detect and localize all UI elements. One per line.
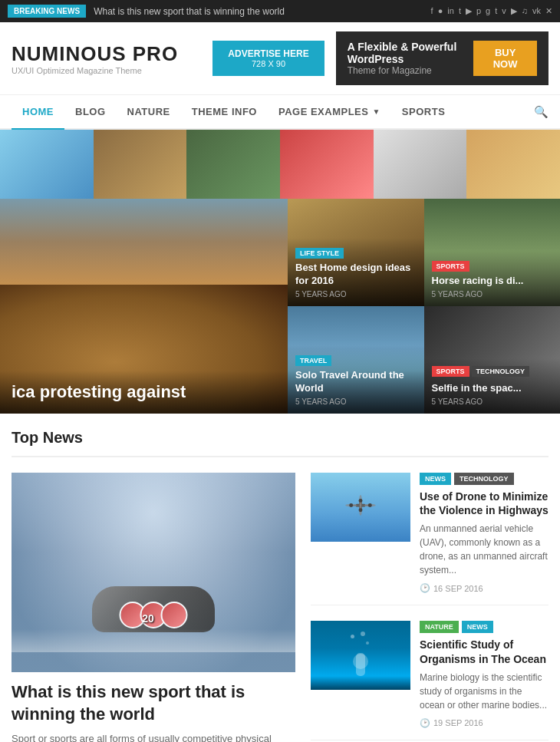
tag-lifestyle: LIFE STYLE bbox=[295, 248, 344, 259]
hero-card-travel[interactable]: TRAVEL Solo Travel Around the World 5 YE… bbox=[288, 306, 424, 414]
x-icon[interactable]: ✕ bbox=[545, 6, 552, 16]
sc-icon[interactable]: ♫ bbox=[522, 6, 528, 16]
buy-now-button[interactable]: BUY NOW bbox=[473, 41, 537, 76]
image-strip bbox=[0, 130, 560, 199]
hero-card-date-1: 5 YEARS AGO bbox=[295, 290, 417, 298]
ad-center-size: 728 X 90 bbox=[228, 59, 308, 68]
side-article-1-tags: NEWS TECHNOLOGY bbox=[420, 473, 548, 485]
hero-card-space[interactable]: SPORTS TECHNOLOGY Selfie in the spac... … bbox=[424, 306, 561, 414]
strip-item-5[interactable] bbox=[374, 130, 467, 199]
ad-headline: A Flexible & Powerful WordPress bbox=[348, 41, 474, 65]
strip-item-1[interactable] bbox=[0, 130, 94, 199]
hero-card-date-3: 5 YEARS AGO bbox=[295, 397, 417, 406]
svg-point-10 bbox=[359, 499, 363, 503]
tag-news-1: NEWS bbox=[420, 473, 451, 485]
pinterest-icon[interactable]: p bbox=[476, 6, 481, 16]
hero-card-title-2: Horse racing is di... bbox=[432, 275, 553, 288]
main-nav: HOME BLOG NATURE THEME INFO PAGE EXAMPLE… bbox=[0, 95, 560, 130]
nav-item-nature[interactable]: NATURE bbox=[117, 95, 181, 128]
strip-item-3[interactable] bbox=[186, 130, 280, 199]
nav-item-sports[interactable]: SPORTS bbox=[391, 95, 456, 128]
vimeo-icon[interactable]: v bbox=[502, 6, 506, 16]
tag-tech: TECHNOLOGY bbox=[472, 366, 530, 377]
hero-card-title-1: Best Home design ideas for 2016 bbox=[295, 262, 417, 288]
side-article-2-excerpt: Marine biology is the scientific study o… bbox=[420, 671, 548, 712]
hero-right-bottom: TRAVEL Solo Travel Around the World 5 YE… bbox=[288, 306, 560, 414]
strip-item-6[interactable] bbox=[466, 130, 560, 199]
hero-main-title: ica protesting against bbox=[12, 382, 276, 402]
hero-card-date-2: 5 YEARS AGO bbox=[432, 290, 553, 298]
tag-tech-1: TECHNOLOGY bbox=[454, 473, 514, 485]
nav-item-blog[interactable]: BLOG bbox=[64, 95, 117, 128]
tag-sports2: SPORTS bbox=[432, 366, 469, 377]
main-article-title[interactable]: What is this new sport that is winning t… bbox=[12, 681, 295, 725]
hero-card-sports[interactable]: SPORTS Horse racing is di... 5 YEARS AGO bbox=[424, 199, 561, 306]
calendar-icon-1: 🕑 bbox=[420, 583, 430, 593]
tag-news-2: NEWS bbox=[462, 621, 493, 633]
side-article-1-excerpt: An unmanned aerial vehicle (UAV), common… bbox=[420, 522, 548, 577]
logo-area: NUMINOUS PRO UX/UI Optimized Magazine Th… bbox=[12, 42, 201, 75]
logo-title[interactable]: NUMINOUS PRO bbox=[12, 42, 201, 66]
hero-main-overlay: ica protesting against bbox=[0, 371, 288, 414]
side-article-2-image[interactable] bbox=[311, 621, 410, 690]
chevron-down-icon: ▼ bbox=[372, 107, 380, 116]
tumblr-icon[interactable]: t bbox=[495, 6, 497, 16]
linkedin-icon[interactable]: in bbox=[447, 6, 454, 16]
top-news-section: Top News NEWS SPORTS bbox=[0, 414, 560, 742]
nav-item-pageexamples[interactable]: PAGE EXAMPLES ▼ bbox=[268, 95, 391, 128]
main-article: NEWS SPORTS 20 bbox=[12, 473, 295, 742]
side-article-2-title[interactable]: Scientific Study of Organisms in The Oce… bbox=[420, 638, 548, 665]
hero-main-article[interactable]: ica protesting against bbox=[0, 199, 288, 414]
side-article-1-content: NEWS TECHNOLOGY Use of Drone to Minimize… bbox=[420, 473, 548, 593]
side-article-1-title[interactable]: Use of Drone to Minimize the Violence in… bbox=[420, 490, 548, 517]
site-header: NUMINOUS PRO UX/UI Optimized Magazine Th… bbox=[0, 22, 560, 95]
yt2-icon[interactable]: ▶ bbox=[511, 6, 517, 16]
top-news-title: Top News bbox=[12, 429, 548, 457]
nav-item-home[interactable]: HOME bbox=[12, 95, 64, 130]
side-article-2: NATURE NEWS Scientific Study of Organism… bbox=[311, 621, 548, 740]
hero-card-date-4: 5 YEARS AGO bbox=[432, 397, 553, 406]
instagram-icon[interactable]: ● bbox=[438, 6, 443, 16]
social-icons-bar: f ● in t ▶ p g t v ▶ ♫ vk ✕ bbox=[431, 6, 552, 16]
tag-sports: SPORTS bbox=[432, 261, 469, 272]
ad-center-banner[interactable]: ADVERTISE HERE 728 X 90 bbox=[212, 41, 324, 76]
twitter-icon[interactable]: t bbox=[459, 6, 461, 16]
calendar-icon-2: 🕑 bbox=[420, 718, 430, 728]
side-article-2-tags: NATURE NEWS bbox=[420, 621, 548, 633]
svg-point-9 bbox=[368, 503, 372, 507]
hero-right-top: LIFE STYLE Best Home design ideas for 20… bbox=[288, 199, 560, 306]
main-article-excerpt: Sport or sports are all forms of usually… bbox=[12, 731, 295, 742]
hero-card-overlay-2: SPORTS Horse racing is di... 5 YEARS AGO bbox=[424, 251, 561, 306]
hero-right-grid: LIFE STYLE Best Home design ideas for 20… bbox=[288, 199, 560, 414]
vk-icon[interactable]: vk bbox=[532, 6, 541, 16]
breaking-bar: BREAKING NEWS What is this new sport tha… bbox=[0, 0, 560, 22]
side-article-1-date: 🕑 16 SEP 2016 bbox=[420, 583, 548, 593]
hero-card-title-4: Selfie in the spac... bbox=[432, 382, 553, 395]
google-icon[interactable]: g bbox=[486, 6, 490, 16]
search-icon[interactable]: 🔍 bbox=[534, 105, 548, 119]
hero-card-title-3: Solo Travel Around the World bbox=[295, 369, 417, 395]
tag-travel: TRAVEL bbox=[295, 355, 331, 366]
strip-item-2[interactable] bbox=[94, 130, 187, 199]
svg-point-11 bbox=[359, 508, 363, 512]
news-grid: NEWS SPORTS 20 bbox=[12, 473, 548, 742]
facebook-icon[interactable]: f bbox=[431, 6, 433, 16]
side-article-1-image[interactable] bbox=[311, 473, 410, 542]
breaking-label: BREAKING NEWS bbox=[8, 5, 86, 18]
ad-sub: Theme for Magazine bbox=[348, 65, 474, 76]
side-article-2-content: NATURE NEWS Scientific Study of Organism… bbox=[420, 621, 548, 727]
hero-grid: ica protesting against LIFE STYLE Best H… bbox=[0, 199, 560, 414]
main-article-image[interactable]: NEWS SPORTS 20 bbox=[12, 473, 295, 672]
side-article-2-date: 🕑 19 SEP 2016 bbox=[420, 718, 548, 728]
nav-item-themeinfo[interactable]: THEME INFO bbox=[181, 95, 268, 128]
ad-right-text: A Flexible & Powerful WordPress Theme fo… bbox=[348, 41, 474, 76]
ad-right-banner: A Flexible & Powerful WordPress Theme fo… bbox=[336, 31, 548, 85]
breaking-text: What is this new sport that is winning t… bbox=[94, 6, 430, 17]
youtube-icon[interactable]: ▶ bbox=[466, 6, 472, 16]
tag-nature-2: NATURE bbox=[420, 621, 459, 633]
hero-card-overlay-3: TRAVEL Solo Travel Around the World 5 YE… bbox=[288, 345, 424, 414]
ad-center-line1: ADVERTISE HERE bbox=[228, 48, 308, 59]
hero-card-lifestyle[interactable]: LIFE STYLE Best Home design ideas for 20… bbox=[288, 199, 424, 306]
logo-sub: UX/UI Optimized Magazine Theme bbox=[12, 66, 201, 75]
strip-item-4[interactable] bbox=[280, 130, 374, 199]
